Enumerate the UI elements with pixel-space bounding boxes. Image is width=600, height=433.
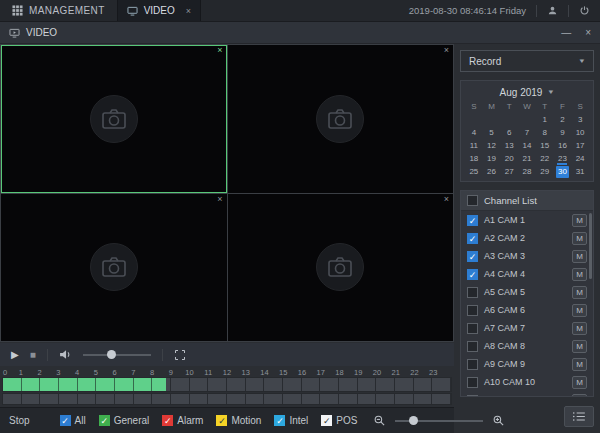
timeline-cell[interactable] (283, 394, 302, 404)
zoom-slider[interactable] (395, 420, 483, 422)
calendar-day[interactable]: 17 (571, 139, 589, 152)
channel-row-8[interactable]: A8 CAM 8M (461, 337, 593, 355)
event-list-button[interactable] (564, 406, 594, 427)
channel-row-3[interactable]: ✓A3 CAM 3M (461, 247, 593, 265)
timeline-cell[interactable] (302, 394, 321, 404)
calendar-day[interactable]: 27 (500, 165, 518, 178)
calendar-day[interactable]: 5 (483, 126, 501, 139)
calendar-day[interactable]: 3 (571, 113, 589, 126)
calendar-day[interactable]: 15 (536, 139, 554, 152)
calendar-day[interactable]: 24 (571, 152, 589, 165)
filter-pos[interactable]: ✓POS (321, 415, 357, 426)
calendar-day[interactable]: 19 (483, 152, 501, 165)
calendar-day[interactable]: 20 (500, 152, 518, 165)
timeline-cell[interactable] (22, 394, 41, 404)
calendar-day[interactable]: 14 (518, 139, 536, 152)
volume-slider[interactable] (83, 354, 151, 356)
channel-row-1[interactable]: ✓A1 CAM 1M (461, 211, 593, 229)
timeline-cell[interactable] (302, 378, 321, 391)
filter-checkbox[interactable]: ✓ (162, 415, 173, 426)
channel-row-10[interactable]: A10 CAM 10M (461, 373, 593, 391)
pane-close-icon[interactable]: × (444, 194, 449, 204)
calendar-day[interactable]: 13 (500, 139, 518, 152)
timeline-cell[interactable] (78, 394, 97, 404)
timeline-cell[interactable] (264, 378, 283, 391)
timeline-cell[interactable] (376, 394, 395, 404)
timeline-cell[interactable] (40, 378, 59, 391)
filter-general[interactable]: ✓General (99, 415, 150, 426)
channel-monitor-button[interactable]: M (572, 322, 587, 335)
calendar-day[interactable]: 31 (571, 165, 589, 178)
timeline-cell[interactable] (190, 394, 209, 404)
timeline-cell[interactable] (339, 394, 358, 404)
filter-motion[interactable]: ✓Motion (216, 415, 261, 426)
channel-row-4[interactable]: ✓A4 CAM 4M (461, 265, 593, 283)
calendar-day[interactable]: 12 (483, 139, 501, 152)
channel-monitor-button[interactable]: M (572, 358, 587, 371)
timeline-cell[interactable] (376, 378, 395, 391)
timeline-cell[interactable] (96, 378, 115, 391)
channel-checkbox[interactable]: ✓ (467, 269, 478, 280)
channel-row-7[interactable]: A7 CAM 7M (461, 319, 593, 337)
timeline-cell[interactable] (134, 394, 153, 404)
timeline-cell[interactable] (246, 394, 265, 404)
timeline-cell[interactable] (115, 394, 134, 404)
calendar-day[interactable]: 29 (536, 165, 554, 178)
calendar-day[interactable]: 4 (465, 126, 483, 139)
timeline-cell[interactable] (395, 378, 414, 391)
channel-monitor-button[interactable]: M (572, 376, 587, 389)
filter-intel[interactable]: ✓Intel (274, 415, 308, 426)
timeline-cell[interactable] (358, 378, 377, 391)
calendar-day[interactable]: 21 (518, 152, 536, 165)
timeline-cell[interactable] (414, 378, 433, 391)
video-pane-4[interactable]: × (228, 194, 454, 342)
tab-management[interactable]: MANAGEMENT (0, 0, 117, 21)
timeline-cell[interactable] (3, 394, 22, 404)
video-pane-1[interactable]: × (1, 45, 227, 193)
timeline-cell[interactable] (3, 378, 22, 391)
channel-monitor-button[interactable]: M (572, 232, 587, 245)
timeline-cell[interactable] (246, 378, 265, 391)
timeline-cell[interactable] (320, 378, 339, 391)
volume-slider-dot[interactable] (107, 350, 116, 359)
timeline-cell[interactable] (432, 378, 451, 391)
timeline-cell[interactable] (59, 378, 78, 391)
timeline-cell[interactable] (414, 394, 433, 404)
calendar-day[interactable]: 7 (518, 126, 536, 139)
filter-checkbox[interactable]: ✓ (274, 415, 285, 426)
channel-monitor-button[interactable]: M (572, 304, 587, 317)
channel-row-6[interactable]: A6 CAM 6M (461, 301, 593, 319)
tab-close-icon[interactable]: × (186, 6, 191, 16)
timeline-cell[interactable] (152, 394, 171, 404)
filter-checkbox[interactable]: ✓ (99, 415, 110, 426)
calendar-month-dropdown[interactable]: Aug 2019 ▼ (465, 84, 589, 100)
channel-row-9[interactable]: A9 CAM 9M (461, 355, 593, 373)
timeline-cell[interactable] (78, 378, 97, 391)
channel-checkbox[interactable]: ✓ (467, 233, 478, 244)
timeline-cell[interactable] (190, 378, 209, 391)
calendar-day[interactable]: 22 (536, 152, 554, 165)
calendar-day[interactable]: 26 (483, 165, 501, 178)
tab-video[interactable]: VIDEO × (117, 0, 201, 21)
channel-monitor-button[interactable]: M (572, 340, 587, 353)
calendar-day[interactable]: 28 (518, 165, 536, 178)
zoom-out-icon[interactable] (373, 414, 386, 427)
fullscreen-icon[interactable] (174, 349, 186, 361)
timeline-cell[interactable] (395, 394, 414, 404)
channel-checkbox[interactable] (467, 395, 478, 397)
zoom-slider-dot[interactable] (409, 416, 418, 425)
play-button[interactable]: ▶ (11, 350, 19, 360)
filter-checkbox[interactable]: ✓ (60, 415, 71, 426)
channel-list-scrollbar[interactable] (589, 213, 592, 279)
calendar-day[interactable]: 16 (554, 139, 572, 152)
timeline-cell[interactable] (115, 378, 134, 391)
filter-alarm[interactable]: ✓Alarm (162, 415, 203, 426)
calendar-day[interactable]: 18 (465, 152, 483, 165)
timeline-cell[interactable] (59, 394, 78, 404)
timeline-cell[interactable] (227, 394, 246, 404)
speaker-icon[interactable] (59, 349, 72, 360)
record-type-dropdown[interactable]: Record ▼ (460, 50, 594, 72)
channel-monitor-button[interactable]: M (572, 286, 587, 299)
channel-monitor-button[interactable]: M (572, 394, 587, 397)
minimize-icon[interactable]: — (561, 27, 571, 38)
